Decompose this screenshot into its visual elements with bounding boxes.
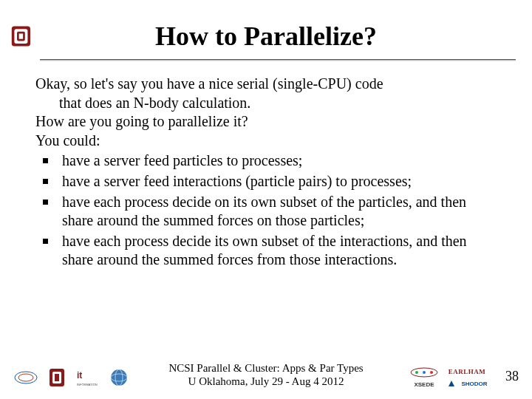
footer-text: NCSI Parallel & Cluster: Apps & Par Type… [168, 361, 363, 389]
square-bullet-icon [43, 239, 48, 244]
title-divider-shadow [40, 61, 516, 61]
square-bullet-icon [43, 158, 48, 163]
content-area: Okay, so let's say you have a nice seria… [0, 61, 532, 270]
svg-rect-3 [19, 34, 23, 39]
svg-point-5 [18, 374, 33, 381]
question-line: How are you going to parallelize it? [35, 112, 497, 132]
slide-title: How to Parallelize? [0, 13, 532, 59]
ou-small-logo-icon [44, 366, 69, 389]
svg-point-11 [111, 369, 127, 386]
shodor-mark-icon [446, 378, 457, 389]
svg-rect-8 [55, 374, 59, 381]
earlham-logo-icon: EARLHAM [446, 366, 488, 377]
lead-in-line: You could: [35, 132, 497, 151]
list-item: have each process decide on its own subs… [43, 193, 497, 231]
xsede-logo-icon: XSEDE [409, 380, 439, 389]
sc-logo-icon [409, 366, 439, 378]
intro-line-1: Okay, so let's say you have a nice seria… [35, 75, 497, 94]
shodor-logo-icon: SHODOR [458, 379, 491, 388]
footer: itINFORMATION NCSI Parallel & Cluster: A… [0, 356, 532, 392]
svg-point-17 [430, 371, 433, 374]
svg-point-16 [423, 371, 426, 374]
bullet-list: have a server feed particles to processe… [35, 151, 497, 270]
footer-line-1: NCSI Parallel & Cluster: Apps & Par Type… [168, 361, 363, 375]
bullet-text: have a server feed interactions (particl… [62, 173, 412, 189]
svg-text:it: it [77, 370, 82, 381]
svg-point-15 [415, 371, 418, 374]
square-bullet-icon [43, 200, 48, 205]
globe-logo-icon [106, 366, 132, 389]
bullet-text: have a server feed particles to processe… [62, 152, 302, 168]
footer-logos-left: itINFORMATION [13, 366, 132, 389]
footer-line-2: U Oklahoma, July 29 - Aug 4 2012 [168, 375, 363, 389]
intro-line-2: that does an N-body calculation. [35, 94, 497, 113]
slide: How to Parallelize? Okay, so let's say y… [0, 0, 532, 399]
list-item: have each process decide its own subset … [43, 232, 497, 270]
list-item: have a server feed particles to processe… [43, 151, 497, 171]
bullet-text: have each process decide its own subset … [62, 233, 467, 268]
oscer-logo-icon [13, 366, 38, 389]
svg-text:INFORMATION: INFORMATION [77, 383, 98, 386]
bullet-text: have each process decide on its own subs… [62, 194, 466, 229]
footer-logos-right: XSEDE EARLHAM SHODOR [409, 366, 491, 389]
page-number: 38 [505, 369, 519, 384]
list-item: have a server feed interactions (particl… [43, 172, 497, 191]
ou-logo-icon [10, 24, 37, 50]
header: How to Parallelize? [0, 0, 532, 61]
it-logo-icon: itINFORMATION [75, 366, 100, 389]
square-bullet-icon [43, 179, 48, 184]
